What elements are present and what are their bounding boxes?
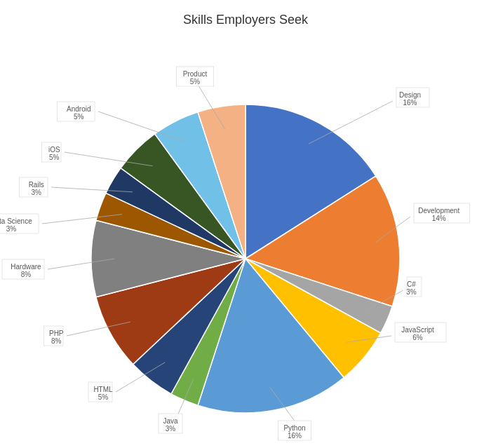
chart-container: Skills Employers Seek Design16%Developme… bbox=[0, 0, 491, 448]
label-pct-design: 16% bbox=[403, 99, 417, 107]
label-name-development: Development bbox=[418, 207, 459, 215]
label-name-android: Android bbox=[67, 105, 90, 113]
label-pct-android: 5% bbox=[74, 113, 84, 121]
label-name-data-science: Data Science bbox=[0, 217, 32, 225]
label-pct-java: 3% bbox=[166, 425, 176, 433]
label-name-ios: iOS bbox=[48, 146, 60, 154]
label-name-c#: C# bbox=[407, 280, 416, 288]
label-name-java: Java bbox=[163, 417, 178, 425]
label-pct-development: 14% bbox=[432, 215, 446, 222]
label-name-design: Design bbox=[399, 91, 421, 99]
label-name-rails: Rails bbox=[29, 181, 44, 189]
label-name-php: PHP bbox=[49, 330, 64, 337]
label-pct-html: 5% bbox=[98, 393, 109, 401]
label-pct-data-science: 3% bbox=[6, 225, 17, 233]
label-pct-ios: 5% bbox=[49, 154, 60, 161]
label-pct-c#: 3% bbox=[406, 288, 417, 296]
label-pct-php: 8% bbox=[51, 337, 62, 345]
label-name-html: HTML bbox=[93, 386, 113, 393]
label-name-python: Python bbox=[283, 424, 305, 432]
label-name-javascript: JavaScript bbox=[401, 326, 434, 334]
svg-wrap: Design16%Development14%C#3%JavaScript6%P… bbox=[0, 34, 491, 441]
label-pct-python: 16% bbox=[288, 432, 302, 440]
chart-title: Skills Employers Seek bbox=[183, 13, 308, 27]
label-pct-javascript: 6% bbox=[412, 334, 423, 341]
label-line-design bbox=[309, 101, 393, 144]
label-pct-hardware: 8% bbox=[21, 271, 32, 278]
label-name-product: Product bbox=[183, 70, 208, 78]
label-pct-rails: 3% bbox=[32, 189, 42, 196]
label-name-hardware: Hardware bbox=[11, 263, 41, 271]
label-pct-product: 5% bbox=[190, 78, 201, 86]
